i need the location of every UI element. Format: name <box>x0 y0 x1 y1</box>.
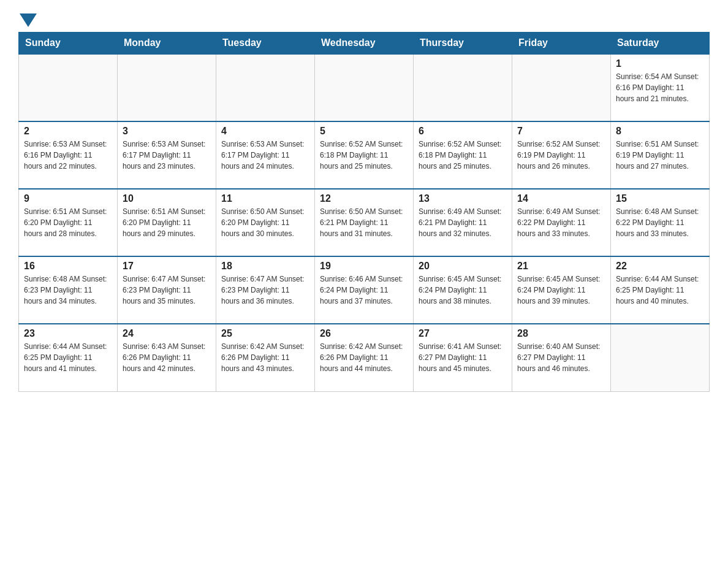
calendar-table: SundayMondayTuesdayWednesdayThursdayFrid… <box>18 32 710 392</box>
calendar-cell <box>414 54 512 121</box>
calendar-cell <box>611 324 710 391</box>
week-row-4: 23Sunrise: 6:44 AM Sunset: 6:25 PM Dayli… <box>19 324 710 391</box>
day-info: Sunrise: 6:51 AM Sunset: 6:19 PM Dayligh… <box>616 139 704 172</box>
day-info: Sunrise: 6:50 AM Sunset: 6:20 PM Dayligh… <box>221 206 309 239</box>
day-number: 14 <box>517 193 605 204</box>
day-info: Sunrise: 6:50 AM Sunset: 6:21 PM Dayligh… <box>320 206 408 239</box>
weekday-header-thursday: Thursday <box>414 33 512 55</box>
day-info: Sunrise: 6:40 AM Sunset: 6:27 PM Dayligh… <box>517 341 605 374</box>
day-info: Sunrise: 6:45 AM Sunset: 6:24 PM Dayligh… <box>517 274 605 307</box>
day-number: 22 <box>616 261 704 272</box>
day-number: 12 <box>320 193 408 204</box>
day-number: 9 <box>24 193 112 204</box>
day-info: Sunrise: 6:41 AM Sunset: 6:27 PM Dayligh… <box>419 341 507 374</box>
calendar-cell: 13Sunrise: 6:49 AM Sunset: 6:21 PM Dayli… <box>414 189 512 256</box>
calendar-cell: 23Sunrise: 6:44 AM Sunset: 6:25 PM Dayli… <box>19 324 118 391</box>
calendar-cell: 27Sunrise: 6:41 AM Sunset: 6:27 PM Dayli… <box>414 324 512 391</box>
calendar-cell: 3Sunrise: 6:53 AM Sunset: 6:17 PM Daylig… <box>118 121 216 189</box>
calendar-cell: 18Sunrise: 6:47 AM Sunset: 6:23 PM Dayli… <box>216 256 315 324</box>
day-number: 6 <box>419 126 507 137</box>
day-info: Sunrise: 6:46 AM Sunset: 6:24 PM Dayligh… <box>320 274 408 307</box>
day-number: 15 <box>616 193 704 204</box>
calendar-cell: 11Sunrise: 6:50 AM Sunset: 6:20 PM Dayli… <box>216 189 315 256</box>
day-info: Sunrise: 6:53 AM Sunset: 6:17 PM Dayligh… <box>123 139 211 172</box>
calendar-cell: 20Sunrise: 6:45 AM Sunset: 6:24 PM Dayli… <box>414 256 512 324</box>
calendar-cell: 9Sunrise: 6:51 AM Sunset: 6:20 PM Daylig… <box>19 189 118 256</box>
calendar-cell: 19Sunrise: 6:46 AM Sunset: 6:24 PM Dayli… <box>315 256 414 324</box>
day-number: 8 <box>616 126 704 137</box>
calendar-cell: 25Sunrise: 6:42 AM Sunset: 6:26 PM Dayli… <box>216 324 315 391</box>
calendar-cell: 7Sunrise: 6:52 AM Sunset: 6:19 PM Daylig… <box>512 121 611 189</box>
weekday-header-tuesday: Tuesday <box>216 33 315 55</box>
logo <box>18 12 37 26</box>
calendar-cell <box>512 54 611 121</box>
page-header <box>18 12 710 26</box>
day-number: 1 <box>616 58 704 69</box>
day-number: 23 <box>24 328 112 339</box>
calendar-cell: 22Sunrise: 6:44 AM Sunset: 6:25 PM Dayli… <box>611 256 710 324</box>
day-info: Sunrise: 6:51 AM Sunset: 6:20 PM Dayligh… <box>123 206 211 239</box>
week-row-3: 16Sunrise: 6:48 AM Sunset: 6:23 PM Dayli… <box>19 256 710 324</box>
day-number: 21 <box>517 261 605 272</box>
calendar-cell <box>216 54 315 121</box>
weekday-header-saturday: Saturday <box>611 33 710 55</box>
calendar-cell: 6Sunrise: 6:52 AM Sunset: 6:18 PM Daylig… <box>414 121 512 189</box>
day-info: Sunrise: 6:48 AM Sunset: 6:23 PM Dayligh… <box>24 274 112 307</box>
day-info: Sunrise: 6:52 AM Sunset: 6:18 PM Dayligh… <box>320 139 408 172</box>
weekday-header-monday: Monday <box>118 33 216 55</box>
day-number: 19 <box>320 261 408 272</box>
day-number: 24 <box>123 328 211 339</box>
calendar-cell <box>19 54 118 121</box>
day-number: 7 <box>517 126 605 137</box>
day-number: 17 <box>123 261 211 272</box>
week-row-0: 1Sunrise: 6:54 AM Sunset: 6:16 PM Daylig… <box>19 54 710 121</box>
calendar-cell: 1Sunrise: 6:54 AM Sunset: 6:16 PM Daylig… <box>611 54 710 121</box>
day-number: 20 <box>419 261 507 272</box>
calendar-cell: 8Sunrise: 6:51 AM Sunset: 6:19 PM Daylig… <box>611 121 710 189</box>
day-info: Sunrise: 6:45 AM Sunset: 6:24 PM Dayligh… <box>419 274 507 307</box>
day-info: Sunrise: 6:48 AM Sunset: 6:22 PM Dayligh… <box>616 206 704 239</box>
calendar-cell: 16Sunrise: 6:48 AM Sunset: 6:23 PM Dayli… <box>19 256 118 324</box>
calendar-cell: 5Sunrise: 6:52 AM Sunset: 6:18 PM Daylig… <box>315 121 414 189</box>
day-info: Sunrise: 6:42 AM Sunset: 6:26 PM Dayligh… <box>221 341 309 374</box>
day-info: Sunrise: 6:42 AM Sunset: 6:26 PM Dayligh… <box>320 341 408 374</box>
day-number: 18 <box>221 261 309 272</box>
day-number: 5 <box>320 126 408 137</box>
day-info: Sunrise: 6:49 AM Sunset: 6:21 PM Dayligh… <box>419 206 507 239</box>
day-number: 27 <box>419 328 507 339</box>
calendar-cell: 2Sunrise: 6:53 AM Sunset: 6:16 PM Daylig… <box>19 121 118 189</box>
calendar-cell: 24Sunrise: 6:43 AM Sunset: 6:26 PM Dayli… <box>118 324 216 391</box>
day-number: 10 <box>123 193 211 204</box>
calendar-cell: 28Sunrise: 6:40 AM Sunset: 6:27 PM Dayli… <box>512 324 611 391</box>
day-info: Sunrise: 6:49 AM Sunset: 6:22 PM Dayligh… <box>517 206 605 239</box>
day-info: Sunrise: 6:47 AM Sunset: 6:23 PM Dayligh… <box>221 274 309 307</box>
day-info: Sunrise: 6:53 AM Sunset: 6:16 PM Dayligh… <box>24 139 112 172</box>
weekday-header-friday: Friday <box>512 33 611 55</box>
day-number: 28 <box>517 328 605 339</box>
calendar-cell: 10Sunrise: 6:51 AM Sunset: 6:20 PM Dayli… <box>118 189 216 256</box>
day-info: Sunrise: 6:43 AM Sunset: 6:26 PM Dayligh… <box>123 341 211 374</box>
calendar-cell <box>315 54 414 121</box>
day-info: Sunrise: 6:54 AM Sunset: 6:16 PM Dayligh… <box>616 71 704 104</box>
calendar-cell <box>118 54 216 121</box>
day-number: 16 <box>24 261 112 272</box>
calendar-cell: 14Sunrise: 6:49 AM Sunset: 6:22 PM Dayli… <box>512 189 611 256</box>
day-number: 3 <box>123 126 211 137</box>
day-info: Sunrise: 6:44 AM Sunset: 6:25 PM Dayligh… <box>616 274 704 307</box>
weekday-header-sunday: Sunday <box>19 33 118 55</box>
day-number: 2 <box>24 126 112 137</box>
day-number: 25 <box>221 328 309 339</box>
day-info: Sunrise: 6:52 AM Sunset: 6:19 PM Dayligh… <box>517 139 605 172</box>
day-number: 26 <box>320 328 408 339</box>
calendar-cell: 17Sunrise: 6:47 AM Sunset: 6:23 PM Dayli… <box>118 256 216 324</box>
day-info: Sunrise: 6:44 AM Sunset: 6:25 PM Dayligh… <box>24 341 112 374</box>
day-info: Sunrise: 6:53 AM Sunset: 6:17 PM Dayligh… <box>221 139 309 172</box>
week-row-2: 9Sunrise: 6:51 AM Sunset: 6:20 PM Daylig… <box>19 189 710 256</box>
day-number: 11 <box>221 193 309 204</box>
day-info: Sunrise: 6:51 AM Sunset: 6:20 PM Dayligh… <box>24 206 112 239</box>
day-number: 4 <box>221 126 309 137</box>
weekday-header-wednesday: Wednesday <box>315 33 414 55</box>
weekday-header-row: SundayMondayTuesdayWednesdayThursdayFrid… <box>19 33 710 55</box>
day-number: 13 <box>419 193 507 204</box>
calendar-cell: 26Sunrise: 6:42 AM Sunset: 6:26 PM Dayli… <box>315 324 414 391</box>
